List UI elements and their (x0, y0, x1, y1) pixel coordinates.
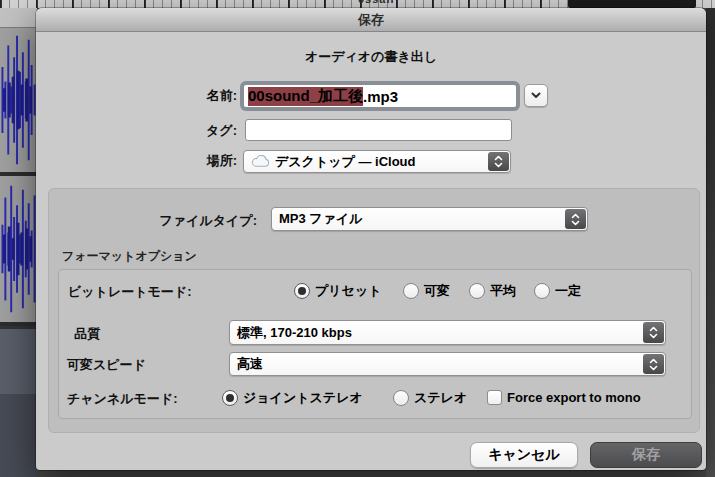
variable-speed-select[interactable]: 高速 (229, 352, 666, 376)
cloud-icon (251, 155, 270, 168)
filename-selected-text: 00sound_加工後 (248, 87, 363, 106)
filename-input[interactable]: 00sound_加工後.mp3 (243, 84, 517, 108)
save-dialog: 保存 オーディオの書き出し 名前: 00sound_加工後.mp3 タグ: 場所… (36, 8, 706, 470)
stepper-icon (488, 152, 509, 171)
bottom-panel-dark (0, 394, 37, 477)
bottom-panel (0, 326, 37, 394)
waveform-track-2 (0, 176, 37, 326)
dialog-subtitle: オーディオの書き出し (36, 48, 706, 64)
dialog-titlebar: 保存 (36, 8, 706, 32)
dialog-title: 保存 (358, 12, 384, 27)
radio-bitrate-variable[interactable]: 可変 (403, 282, 450, 299)
location-label: 場所: (36, 151, 237, 171)
radio-joint-stereo[interactable]: ジョイントステレオ (222, 389, 363, 406)
filename-extension: .mp3 (363, 88, 398, 105)
tags-input[interactable] (245, 119, 512, 141)
stepper-icon (565, 209, 586, 229)
channel-mode-label: チャンネルモード: (67, 389, 227, 409)
radio-stereo[interactable]: ステレオ (393, 389, 467, 406)
variable-speed-label: 可変スピード (67, 355, 207, 375)
format-options-title: フォーマットオプション (62, 248, 197, 265)
location-value: デスクトップ — iCloud (275, 153, 510, 171)
variable-speed-value: 高速 (237, 355, 665, 373)
quality-value: 標準, 170-210 kbps (237, 324, 665, 342)
stepper-icon (643, 354, 664, 374)
file-type-value: MP3 ファイル (279, 210, 587, 228)
filename-history-button[interactable] (524, 84, 548, 107)
radio-button-icon[interactable] (469, 283, 485, 299)
background-window-text: 0ssaii (358, 0, 395, 5)
radio-button-icon[interactable] (222, 390, 238, 406)
radio-button-icon[interactable] (534, 283, 550, 299)
location-select[interactable]: デスクトップ — iCloud (243, 150, 511, 173)
force-mono-checkbox[interactable]: Force export to mono (487, 389, 641, 406)
checkbox-icon[interactable] (487, 390, 502, 405)
track-header (0, 8, 37, 28)
cancel-button[interactable]: キャンセル (470, 442, 578, 468)
background-dark-bar (568, 0, 696, 8)
file-type-select[interactable]: MP3 ファイル (271, 207, 588, 231)
background-right-edge (706, 8, 715, 477)
radio-bitrate-average[interactable]: 平均 (469, 282, 516, 299)
stepper-icon (643, 322, 664, 343)
waveform-tracks (0, 8, 37, 477)
radio-button-icon[interactable] (294, 283, 310, 299)
filename-label: 名前: (36, 86, 237, 106)
waveform-track-1 (0, 28, 37, 176)
quality-label: 品質 (74, 324, 194, 344)
radio-button-icon[interactable] (403, 283, 419, 299)
file-type-label: ファイルタイプ: (66, 211, 257, 231)
bitrate-mode-label: ビットレートモード: (68, 282, 238, 302)
chevron-down-icon (531, 92, 541, 99)
radio-bitrate-constant[interactable]: 一定 (534, 282, 581, 299)
radio-bitrate-preset[interactable]: プリセット (294, 282, 382, 299)
timeline-ruler: 0ssaii (0, 0, 715, 8)
tags-label: タグ: (36, 121, 237, 141)
quality-select[interactable]: 標準, 170-210 kbps (229, 320, 666, 345)
save-button[interactable]: 保存 (590, 442, 702, 468)
radio-button-icon[interactable] (393, 390, 409, 406)
